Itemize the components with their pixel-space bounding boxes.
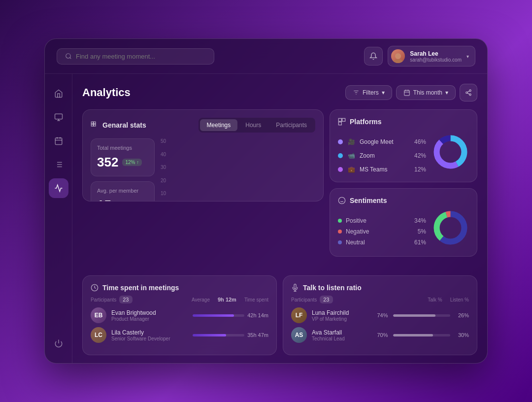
sidebar-item-power[interactable] <box>49 334 68 353</box>
platforms-donut <box>432 134 469 172</box>
listen-pct: 30% <box>455 332 469 338</box>
participant-role: Senior Software Developer <box>111 336 188 341</box>
sidebar-item-list[interactable] <box>49 155 68 174</box>
platform-item-googlemeet: 🎥 Google Meet 46% <box>338 137 426 146</box>
svg-line-28 <box>467 93 469 94</box>
user-menu[interactable]: Sarah Lee sarah@tubikstudio.com ▾ <box>388 46 475 67</box>
user-name: Sarah Lee <box>410 50 462 57</box>
svg-rect-36 <box>338 122 341 125</box>
sentiments-donut <box>432 209 469 248</box>
platforms-content: 🎥 Google Meet 46% 📹 Zoom <box>338 132 469 174</box>
participant-avatar: LF <box>291 307 307 323</box>
dashboard-grid: Genaral stats Meetings Hours Participant… <box>82 109 477 355</box>
tab-hours[interactable]: Hours <box>238 119 268 131</box>
main-body: Analytics Filters ▾ This month <box>45 74 487 363</box>
google-meet-icon: 🎥 <box>347 137 356 146</box>
search-input[interactable] <box>76 53 206 60</box>
platforms-card: Platforms 🎥 Google Meet <box>330 109 477 182</box>
total-meetings-badge: 12% ↑ <box>122 159 142 166</box>
right-column: Platforms 🎥 Google Meet <box>330 109 477 269</box>
platform-list: 🎥 Google Meet 46% 📹 Zoom <box>338 137 426 174</box>
total-meetings-box: Total meetings 352 12% ↑ <box>91 138 155 176</box>
analytics-header: Analytics Filters ▾ This month <box>82 84 477 101</box>
filter-icon <box>353 89 360 96</box>
zoom-icon: 📹 <box>347 151 356 160</box>
screen-container: Sarah Lee sarah@tubikstudio.com ▾ <box>44 38 488 364</box>
stats-left: Total meetings 352 12% ↑ Avg. per member… <box>91 138 155 201</box>
user-email: sarah@tubikstudio.com <box>410 57 462 63</box>
svg-rect-7 <box>55 138 62 145</box>
search-bar[interactable] <box>57 48 214 65</box>
page-title: Analytics <box>82 86 131 99</box>
share-button[interactable] <box>460 84 477 101</box>
platform-dot <box>338 139 343 144</box>
stats-tabs: Meetings Hours Participants <box>199 118 315 133</box>
notification-button[interactable] <box>364 47 383 66</box>
tab-participants[interactable]: Participants <box>269 119 314 131</box>
participant-info: Evan Brightwood Product Manager <box>111 309 188 322</box>
clock-icon <box>91 284 99 292</box>
filters-chevron-icon: ▾ <box>382 89 385 96</box>
this-month-button[interactable]: This month ▾ <box>396 85 456 100</box>
total-meetings-label: Total meetings <box>97 145 148 151</box>
sentiment-name: Negative <box>346 228 369 235</box>
time-value: 42h 14m <box>247 312 268 318</box>
tab-meetings[interactable]: Meetings <box>200 119 238 131</box>
filters-button[interactable]: Filters ▾ <box>345 85 392 100</box>
average-value: 9h 12m <box>218 297 236 302</box>
sidebar-item-home[interactable] <box>49 84 68 103</box>
sentiment-positive: Positive 34% <box>338 217 426 224</box>
avatar <box>391 49 405 63</box>
sidebar-item-monitor[interactable] <box>49 107 68 127</box>
svg-point-26 <box>466 92 468 94</box>
platform-dot <box>338 153 343 158</box>
participant-name: Ava Starfall <box>312 329 369 336</box>
platforms-title: Platforms <box>338 118 469 126</box>
this-month-label: This month <box>413 89 442 96</box>
participants-count: 23 <box>119 296 132 303</box>
bar-chart: 50 40 30 20 10 0 <box>161 138 315 201</box>
chart-inner: 50 40 30 20 10 0 <box>161 138 315 201</box>
participant-name: Evan Brightwood <box>111 309 188 316</box>
participant-avatar: AS <box>291 327 307 343</box>
talk-participants-count: 23 <box>320 296 332 303</box>
platform-name: Zoom <box>360 152 375 159</box>
share-icon <box>465 89 472 96</box>
sentiment-name: Positive <box>346 217 366 224</box>
talk-participants-label: Participants <box>291 297 317 302</box>
sentiments-title: Sentiments <box>338 197 469 204</box>
talk-label: Talk % <box>428 297 442 302</box>
svg-rect-4 <box>55 114 62 119</box>
sentiment-neutral: Neutral 61% <box>338 239 426 246</box>
svg-rect-33 <box>94 124 96 126</box>
stats-icon <box>91 121 99 129</box>
listen-label: Listen % <box>450 297 469 302</box>
sidebar-item-calendar[interactable] <box>49 131 68 151</box>
svg-point-41 <box>338 197 345 203</box>
participants-label: Participants <box>91 297 116 302</box>
participant-avatar: EB <box>91 307 106 323</box>
platform-dot <box>338 167 343 172</box>
bar-chart-area: 50 40 30 20 10 0 <box>161 138 315 201</box>
bottom-row: Time spent in meetings Participants 23 A… <box>82 275 477 355</box>
platform-name: Google Meet <box>360 138 394 145</box>
mic-icon <box>291 284 299 292</box>
svg-rect-35 <box>342 118 345 121</box>
talk-ratio-rows: LF Luna Fairchild VP of Marketing 74% 26… <box>291 307 469 343</box>
sidebar-item-analytics[interactable] <box>49 178 68 198</box>
time-spent-card: Time spent in meetings Participants 23 A… <box>82 275 277 355</box>
sentiment-pct: 34% <box>414 217 426 224</box>
sentiment-pct: 5% <box>418 228 426 235</box>
time-value: 35h 47m <box>247 332 268 338</box>
power-icon <box>54 339 63 348</box>
sentiment-pct: 61% <box>414 239 426 246</box>
time-spent-title: Time spent in meetings <box>91 284 268 292</box>
avg-value: 15 9% ↑ <box>97 198 148 201</box>
platform-pct: 46% <box>414 138 426 145</box>
sentiments-card: Sentiments Positive 34% <box>330 188 477 257</box>
calendar-icon <box>54 136 63 145</box>
top-bar: Sarah Lee sarah@tubikstudio.com ▾ <box>45 39 487 74</box>
time-bar: 42h 14m <box>193 312 269 318</box>
talk-ratio-card: Talk to listen ratio Participants 23 Tal… <box>283 275 477 355</box>
calendar-small-icon <box>403 89 410 96</box>
